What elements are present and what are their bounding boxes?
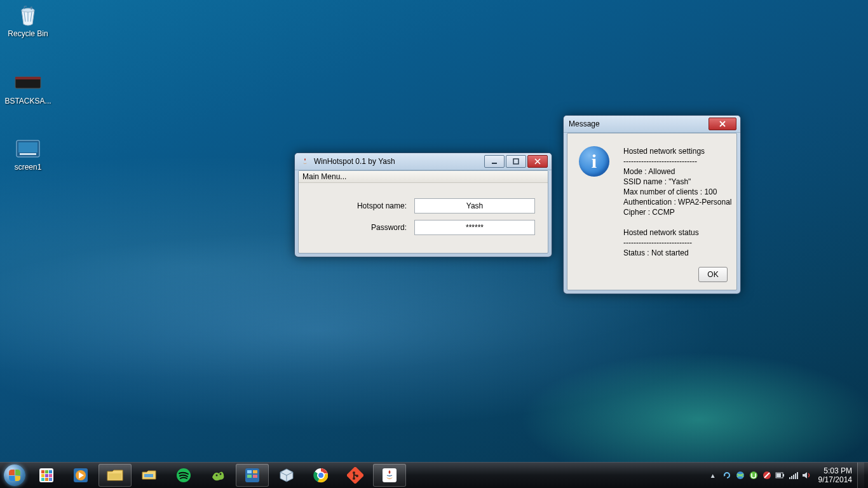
- bluestacks-icon: [209, 466, 227, 484]
- tray-clock[interactable]: 5:03 PM 9/17/2014: [818, 466, 852, 484]
- taskbar-item-virtualbox[interactable]: [270, 464, 303, 487]
- tray-blocked-icon[interactable]: [762, 470, 772, 480]
- svg-rect-25: [109, 473, 121, 479]
- taskbar-item-tiles[interactable]: [30, 464, 63, 487]
- close-button[interactable]: [527, 155, 548, 168]
- winhotspot-client-area: Main Menu... Hotspot name: Password:: [298, 170, 548, 254]
- file-icon: [14, 70, 42, 95]
- svg-rect-17: [45, 474, 48, 477]
- system-tray: ▲ 5:03 PM 9/17/2014: [708, 463, 868, 488]
- media-player-icon: [72, 466, 90, 484]
- taskbar-item-media-player[interactable]: [64, 464, 97, 487]
- winhotspot-window: WinHotspot 0.1 by Yash Main Menu... Hots…: [294, 152, 552, 257]
- file-explorer-icon: [106, 466, 124, 484]
- password-label: Password:: [311, 223, 414, 232]
- svg-rect-31: [247, 470, 252, 473]
- clock-date: 9/17/2014: [818, 475, 852, 484]
- spotify-icon: [175, 466, 193, 484]
- svg-rect-53: [776, 473, 781, 477]
- desktop-icon-label: Recycle Bin: [4, 29, 52, 38]
- ok-button[interactable]: OK: [698, 267, 728, 282]
- taskbar-item-explorer[interactable]: [98, 464, 132, 487]
- window-title: WinHotspot 0.1 by Yash: [314, 157, 395, 166]
- svg-rect-2: [15, 77, 41, 79]
- show-desktop-button[interactable]: [857, 463, 864, 488]
- svg-rect-7: [513, 159, 519, 164]
- message-text: Hosted network settings ----------------…: [623, 146, 732, 258]
- menubar: Main Menu...: [299, 171, 548, 183]
- taskbar-item-chrome[interactable]: [304, 464, 337, 487]
- svg-rect-33: [247, 475, 252, 478]
- recycle-bin-icon: [14, 3, 42, 28]
- svg-point-29: [220, 473, 222, 475]
- svg-rect-4: [18, 142, 37, 152]
- desktop-icon-recycle-bin[interactable]: Recycle Bin: [4, 3, 52, 38]
- settings-panel-icon: [243, 466, 261, 484]
- svg-point-38: [318, 472, 324, 478]
- svg-rect-16: [41, 474, 44, 477]
- info-icon: i: [579, 146, 609, 177]
- taskbar-item-settings[interactable]: [236, 464, 269, 487]
- java-app-icon: [300, 156, 310, 166]
- taskbar: ▲ 5:03 PM 9/17/2014: [0, 462, 868, 488]
- minimize-button[interactable]: [484, 155, 505, 168]
- svg-rect-34: [253, 475, 257, 478]
- svg-rect-15: [49, 470, 52, 473]
- password-input[interactable]: [414, 220, 535, 235]
- svg-rect-20: [45, 478, 48, 481]
- start-button[interactable]: [0, 463, 29, 488]
- message-titlebar[interactable]: Message: [564, 116, 740, 133]
- git-icon: [346, 466, 364, 484]
- tray-sync-icon[interactable]: [722, 470, 732, 480]
- tray-network-icon[interactable]: [789, 470, 799, 480]
- taskbar-item-folder[interactable]: [133, 464, 166, 487]
- taskbar-item-spotify[interactable]: [167, 464, 200, 487]
- svg-rect-26: [144, 474, 153, 477]
- svg-rect-13: [41, 470, 44, 473]
- taskbar-item-java[interactable]: [373, 464, 406, 487]
- chrome-icon: [312, 466, 330, 484]
- taskbar-item-git[interactable]: [339, 464, 372, 487]
- tray-volume-icon[interactable]: [802, 470, 812, 480]
- image-file-icon: [14, 136, 42, 161]
- desktop-icon-label: BSTACKSA...: [4, 97, 52, 105]
- desktop-icon-screen1[interactable]: screen1: [4, 136, 52, 172]
- menu-main[interactable]: Main Menu...: [302, 172, 346, 181]
- tray-globe-icon[interactable]: [735, 470, 745, 480]
- folder-stack-icon: [140, 466, 158, 484]
- svg-rect-32: [253, 470, 257, 473]
- svg-point-0: [22, 8, 34, 12]
- close-button[interactable]: [709, 118, 736, 130]
- svg-rect-5: [20, 153, 36, 155]
- cube-icon: [278, 466, 295, 484]
- desktop-icon-label: screen1: [4, 163, 52, 172]
- java-icon: [381, 466, 398, 484]
- svg-rect-21: [49, 478, 52, 481]
- message-client-area: i Hosted network settings --------------…: [567, 133, 737, 290]
- taskbar-item-bluestacks[interactable]: [201, 464, 234, 487]
- tray-battery-icon[interactable]: [775, 470, 785, 480]
- svg-point-28: [216, 475, 218, 477]
- clock-time: 5:03 PM: [818, 466, 852, 475]
- dialog-title: Message: [569, 119, 600, 128]
- tray-utorrent-icon[interactable]: [749, 470, 759, 480]
- svg-rect-19: [41, 478, 44, 481]
- message-dialog: Message i Hosted network settings ------…: [563, 115, 741, 294]
- maximize-button[interactable]: [506, 155, 526, 168]
- desktop-icon-bstacks[interactable]: BSTACKSA...: [4, 70, 52, 105]
- hotspot-name-input[interactable]: [414, 198, 535, 214]
- svg-rect-14: [45, 470, 48, 473]
- hotspot-name-label: Hotspot name:: [311, 201, 414, 210]
- svg-rect-52: [783, 474, 784, 477]
- svg-rect-18: [49, 474, 52, 477]
- svg-marker-54: [803, 472, 807, 478]
- winhotspot-titlebar[interactable]: WinHotspot 0.1 by Yash: [295, 153, 552, 170]
- tiles-icon: [37, 466, 55, 484]
- tray-overflow-button[interactable]: ▲: [708, 470, 718, 480]
